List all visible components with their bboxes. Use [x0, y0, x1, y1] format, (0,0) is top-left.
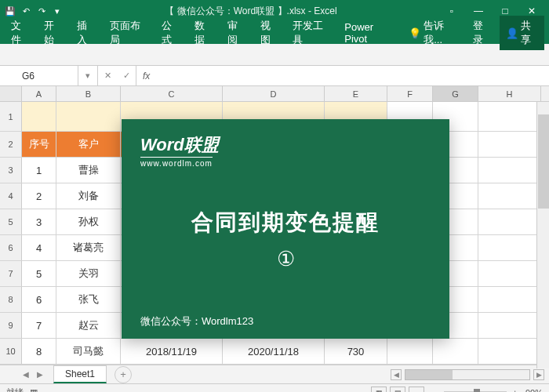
tab-review[interactable]: 审阅: [221, 16, 253, 50]
row-header[interactable]: 3: [0, 158, 22, 183]
share-button[interactable]: 👤共享: [500, 16, 544, 50]
view-layout-icon[interactable]: ▤: [390, 387, 405, 393]
tab-powerpivot[interactable]: Power Pivot: [338, 18, 401, 48]
overlay-number: ①: [140, 247, 431, 271]
tab-home[interactable]: 开始: [38, 16, 69, 50]
cell: 张飞: [56, 287, 121, 312]
tab-insert[interactable]: 插入: [71, 16, 102, 50]
view-pagebreak-icon[interactable]: ▭: [409, 387, 424, 393]
cell: 孙权: [56, 209, 121, 234]
status-bar: 就绪 ▦ ▦ ▤ ▭ − + 90%: [0, 383, 549, 392]
tab-formulas[interactable]: 公式: [155, 16, 187, 50]
sheet-nav-prev-icon[interactable]: ◀: [19, 370, 33, 379]
namebox-dropdown-icon[interactable]: ▾: [78, 66, 97, 85]
cell: 8: [22, 339, 56, 364]
cell: 2020/11/18: [223, 339, 325, 364]
select-all-corner[interactable]: [0, 86, 22, 101]
sheet-tabs: ◀ ▶ Sheet1 + ◀ ▶: [0, 365, 549, 383]
row-header[interactable]: 4: [0, 183, 22, 209]
table-header: 客户: [56, 132, 121, 157]
tab-file[interactable]: 文件: [5, 16, 36, 50]
horizontal-scrollbar[interactable]: ◀ ▶: [132, 369, 549, 380]
row-header[interactable]: 2: [0, 132, 22, 157]
table-header: 序号: [22, 132, 56, 157]
cell: 1: [22, 158, 56, 183]
row-header[interactable]: 8: [0, 287, 22, 312]
scroll-left-icon[interactable]: ◀: [391, 369, 402, 380]
redo-icon[interactable]: ↷: [36, 5, 47, 16]
row-header[interactable]: 10: [0, 339, 22, 364]
qat-dropdown-icon[interactable]: ▾: [52, 5, 63, 16]
ribbon-tabs: 文件 开始 插入 页面布局 公式 数据 审阅 视图 开发工具 Power Piv…: [0, 22, 549, 44]
cell: 4: [22, 235, 56, 260]
macro-icon[interactable]: ▦: [30, 387, 38, 392]
col-header[interactable]: E: [325, 86, 387, 101]
row-header[interactable]: 5: [0, 209, 22, 234]
col-header[interactable]: A: [22, 86, 56, 101]
cell: 2018/11/19: [121, 339, 223, 364]
window-title: 【 微信公众号：Word联盟 】.xlsx - Excel: [63, 5, 439, 18]
sheet-nav-next-icon[interactable]: ▶: [33, 370, 47, 379]
person-icon: 👤: [506, 27, 518, 39]
tab-developer[interactable]: 开发工具: [286, 16, 336, 50]
overlay-banner: WordWord联盟联盟 www.wordlm.com 合同到期变色提醒 ① 微…: [122, 119, 449, 339]
cell: 3: [22, 209, 56, 234]
formula-bar: G6 ▾ ✕ ✓ fx: [0, 66, 549, 86]
overlay-logo: WordWord联盟联盟: [140, 133, 431, 157]
zoom-out-icon[interactable]: −: [432, 388, 437, 393]
overlay-title: 合同到期变色提醒: [140, 208, 431, 238]
cell: 关羽: [56, 261, 121, 286]
fx-icon[interactable]: fx: [136, 71, 156, 82]
overlay-url: www.wordlm.com: [140, 157, 213, 168]
cell: 赵云: [56, 313, 121, 338]
bulb-icon: 💡: [409, 27, 421, 39]
undo-icon[interactable]: ↶: [20, 5, 31, 16]
tab-view[interactable]: 视图: [254, 16, 285, 50]
enter-icon[interactable]: ✓: [117, 66, 136, 85]
col-header[interactable]: H: [478, 86, 541, 101]
cell: 诸葛亮: [56, 235, 121, 260]
col-header[interactable]: D: [223, 86, 325, 101]
login-button[interactable]: 登录: [467, 16, 498, 50]
row-header[interactable]: 7: [0, 261, 22, 286]
overlay-footer: 微信公众号：Wordlm123: [140, 314, 431, 328]
row-header[interactable]: 9: [0, 313, 22, 338]
tell-me[interactable]: 💡告诉我...: [402, 16, 464, 50]
zoom-level[interactable]: 90%: [525, 388, 543, 393]
cell: 6: [22, 287, 56, 312]
cancel-icon[interactable]: ✕: [98, 66, 117, 85]
name-box[interactable]: G6: [16, 66, 78, 85]
row-header[interactable]: 1: [0, 102, 22, 131]
cell: 司马懿: [56, 339, 121, 364]
add-sheet-button[interactable]: +: [115, 366, 132, 383]
col-header[interactable]: F: [387, 86, 433, 101]
cell: 7: [22, 313, 56, 338]
col-header[interactable]: B: [56, 86, 121, 101]
tab-layout[interactable]: 页面布局: [104, 16, 154, 50]
cell: 5: [22, 261, 56, 286]
scroll-right-icon[interactable]: ▶: [533, 369, 544, 380]
col-header[interactable]: C: [121, 86, 223, 101]
cell: 刘备: [56, 183, 121, 209]
sheet-tab[interactable]: Sheet1: [53, 365, 107, 383]
cell: 730: [325, 339, 387, 364]
cell: 曹操: [56, 158, 121, 183]
cell: 2: [22, 183, 56, 209]
zoom-in-icon[interactable]: +: [513, 388, 518, 393]
row-header[interactable]: 6: [0, 235, 22, 260]
view-normal-icon[interactable]: ▦: [371, 387, 387, 393]
tab-data[interactable]: 数据: [188, 16, 220, 50]
col-header[interactable]: G: [433, 86, 478, 101]
vertical-scrollbar[interactable]: [536, 102, 549, 368]
status-ready: 就绪: [6, 387, 24, 392]
save-icon[interactable]: 💾: [5, 5, 16, 16]
